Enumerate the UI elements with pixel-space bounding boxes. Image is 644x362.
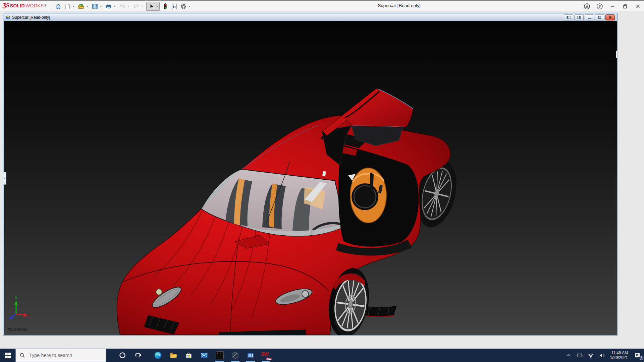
- taskbar-app-hexagon[interactable]: [227, 349, 243, 362]
- redo-icon: [133, 3, 140, 10]
- print-icon: [105, 3, 112, 10]
- wifi-icon: [588, 352, 594, 359]
- minimize-button[interactable]: [608, 2, 616, 10]
- right-pane-icon: [577, 16, 581, 19]
- task-view-button[interactable]: [130, 349, 146, 362]
- triad-x-label: X: [29, 314, 31, 317]
- tray-wifi-button[interactable]: [585, 349, 596, 362]
- tray-volume-button[interactable]: [596, 349, 607, 362]
- toolbar-separator: [49, 3, 49, 10]
- taskbar-search[interactable]: [15, 349, 106, 362]
- new-document-button[interactable]: [63, 2, 72, 11]
- help-icon: ?: [596, 3, 603, 10]
- windows-taskbar: C:\ SW 2021: [0, 349, 644, 362]
- view-orientation-label: *Dimetric: [7, 327, 28, 332]
- new-document-dropdown[interactable]: [72, 2, 75, 11]
- restore-button[interactable]: [621, 2, 629, 10]
- taskbar-app-edge[interactable]: [150, 349, 166, 362]
- document-window: Supercar [Read-only]: [3, 13, 618, 336]
- print-dropdown[interactable]: [113, 2, 116, 11]
- speaker-icon: [599, 352, 605, 359]
- search-icon: [20, 353, 25, 358]
- document-title-bar[interactable]: Supercar [Read-only]: [4, 14, 616, 21]
- document-minimize-button[interactable]: [585, 14, 594, 20]
- solidworks-logo-mark: ƷS: [3, 2, 9, 9]
- rebuild-button[interactable]: [161, 2, 170, 11]
- minimize-icon: [609, 3, 615, 9]
- select-tool-group: [146, 2, 160, 11]
- cortana-icon: [119, 352, 126, 359]
- system-tray: 11:48 AM 1/29/2021 2: [564, 349, 644, 362]
- file-explorer-icon: [169, 351, 177, 359]
- undo-button[interactable]: [118, 2, 127, 11]
- search-input[interactable]: [29, 352, 96, 358]
- notification-badge: 2: [640, 356, 643, 360]
- help-button[interactable]: ?: [596, 2, 604, 10]
- save-dropdown[interactable]: [99, 2, 103, 11]
- right-panel-tab[interactable]: [616, 51, 618, 58]
- tray-display-button[interactable]: [574, 349, 585, 362]
- task-view-icon: [135, 352, 141, 359]
- options-dropdown[interactable]: [188, 2, 191, 11]
- left-pane-icon: [567, 16, 571, 19]
- tray-clock[interactable]: 11:48 AM 1/29/2021: [607, 349, 631, 362]
- account-button[interactable]: [583, 2, 591, 10]
- app-title: Supercar [Read-only]: [342, 3, 456, 8]
- select-cursor-icon: [148, 3, 155, 10]
- select-tool-button[interactable]: [147, 2, 156, 11]
- show-right-pane-button[interactable]: [574, 14, 584, 20]
- file-properties-button[interactable]: [170, 2, 179, 11]
- car-body: [117, 88, 463, 335]
- show-left-pane-button[interactable]: [564, 14, 573, 20]
- document-minimize-icon: [587, 16, 591, 19]
- document-close-icon: [608, 16, 612, 19]
- document-restore-icon: [598, 16, 602, 19]
- cortana-button[interactable]: [115, 349, 130, 362]
- taskbar-app-mail[interactable]: [197, 349, 212, 362]
- start-button[interactable]: [0, 349, 15, 362]
- display-icon: [577, 352, 583, 359]
- print-button[interactable]: [104, 2, 113, 11]
- taskbar-app-command-prompt[interactable]: C:\: [212, 349, 227, 362]
- open-dropdown[interactable]: [86, 2, 89, 11]
- command-prompt-label: C:\: [217, 353, 221, 355]
- home-icon: [55, 3, 62, 10]
- help-glyph: ?: [599, 4, 601, 8]
- taskbar-app-file-explorer[interactable]: [166, 349, 181, 362]
- open-folder-icon: [77, 3, 85, 10]
- tray-date: 1/29/2021: [610, 355, 628, 360]
- tray-chevron-button[interactable]: [564, 349, 574, 362]
- document-title: Supercar [Read-only]: [12, 15, 50, 20]
- document-close-button[interactable]: [605, 14, 615, 20]
- redo-dropdown[interactable]: [141, 2, 144, 11]
- undo-dropdown[interactable]: [127, 2, 130, 11]
- app-client-area: Supercar [Read-only]: [0, 12, 644, 349]
- account-icon: [584, 3, 590, 10]
- graphics-viewport[interactable]: Y X *Dimetric: [4, 21, 617, 335]
- save-icon: [92, 3, 98, 10]
- home-button[interactable]: [54, 2, 63, 11]
- solidworks-icon-label: SW: [261, 351, 268, 357]
- options-button[interactable]: [179, 2, 188, 11]
- taskbar-app-solidworks[interactable]: SW 2021: [258, 349, 274, 362]
- solidworks-icon-year: 2021: [266, 358, 272, 360]
- windows-logo-icon: [5, 353, 11, 358]
- store-icon: [185, 351, 193, 359]
- supercar-3d-model[interactable]: Y X *Dimetric: [4, 21, 617, 335]
- menu-flyout-arrow-icon[interactable]: [45, 4, 47, 7]
- solidworks-logo: ƷS SOLIDWORKS: [3, 2, 44, 9]
- solidworks-logo-light: WORKS: [25, 3, 44, 8]
- redo-button[interactable]: [131, 2, 141, 11]
- save-button[interactable]: [90, 2, 99, 11]
- undo-icon: [119, 3, 126, 10]
- collapsed-panel-tab[interactable]: [3, 172, 6, 185]
- taskbar-app-store[interactable]: [181, 349, 197, 362]
- notification-center-button[interactable]: 2: [631, 349, 644, 362]
- hexagon-app-icon: [231, 351, 239, 359]
- command-prompt-icon: C:\: [216, 351, 224, 359]
- document-restore-button[interactable]: [595, 14, 604, 20]
- select-tool-dropdown[interactable]: [156, 2, 159, 11]
- open-button[interactable]: [76, 2, 86, 11]
- close-button[interactable]: [634, 2, 642, 10]
- taskbar-app-window[interactable]: [243, 349, 258, 362]
